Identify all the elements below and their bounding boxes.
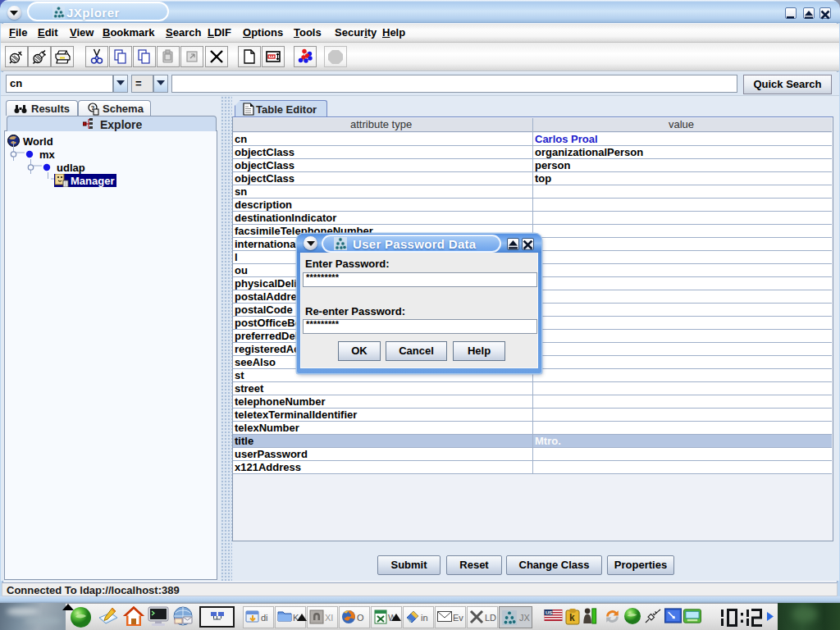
svg-text:US: US: [546, 610, 552, 615]
svg-text:k: k: [569, 612, 575, 623]
